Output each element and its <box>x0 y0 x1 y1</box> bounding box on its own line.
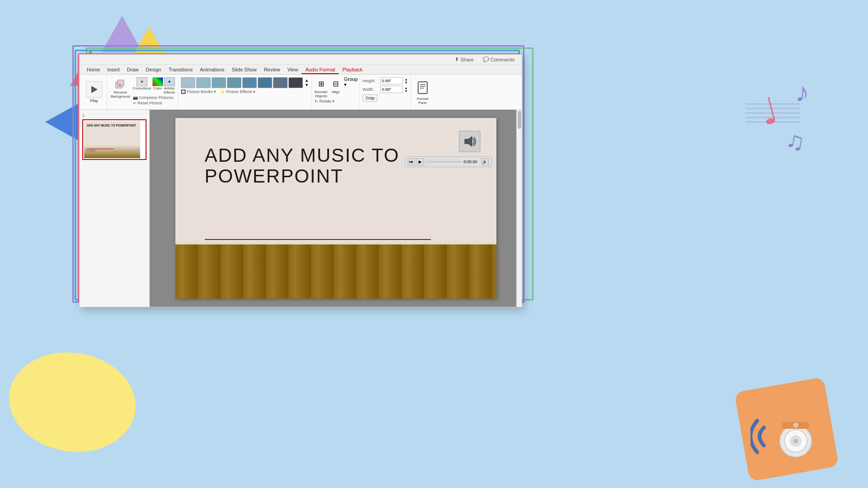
tab-view[interactable]: View <box>284 66 302 74</box>
svg-marker-13 <box>91 86 98 93</box>
vertical-scrollbar[interactable] <box>516 110 522 307</box>
audio-player: ⏮ ▶ 0:00.00 🔊 <box>405 156 492 167</box>
group-button[interactable]: Group ▾ <box>344 77 357 98</box>
ribbon-format-pane-section: FormatPane <box>411 75 434 108</box>
slide-number-label: 1 <box>82 113 146 118</box>
corrections-button[interactable]: ☀ Corrections <box>133 77 151 94</box>
artistic-button[interactable]: ✦ ArtisticEffects <box>164 77 175 94</box>
pic-style-8[interactable] <box>288 77 303 88</box>
slide-thumb-title: ADD ANY MUSIC TO POWERPOINT <box>87 124 136 127</box>
ribbon-size-section: Height: ▲▼ Width: ▲▼ Crop <box>360 75 411 108</box>
width-spinner[interactable]: ▲▼ <box>405 86 408 93</box>
slide-canvas-area: ADD ANY MUSIC TO POWERPOINT ⏮ ▶ <box>150 110 522 307</box>
rotate-button[interactable]: ↻ Rotate ▾ <box>315 99 335 103</box>
audio-time: 0:00.00 <box>464 160 480 164</box>
slide-floor <box>175 244 496 299</box>
ribbon-content: Play × RemoveBackground <box>80 75 522 110</box>
ribbon-play-section: Play <box>81 75 107 108</box>
ribbon-adjust-section: × RemoveBackground ☀ Corrections Color <box>107 75 178 108</box>
share-label: Share <box>460 57 473 62</box>
pic-style-4[interactable] <box>227 77 241 88</box>
tab-animations[interactable]: Animations <box>196 66 228 74</box>
audio-prev-button[interactable]: ⏮ <box>408 158 415 165</box>
main-content: 1 ADD ANY MUSIC TO POWERPOINT IN 2025! <box>80 110 522 307</box>
comments-button[interactable]: 💬 Comments <box>479 56 518 63</box>
artistic-label: ArtisticEffects <box>164 86 175 94</box>
pic-style-5[interactable] <box>242 77 257 88</box>
remove-bg-label: RemoveBackground <box>111 91 130 99</box>
ribbon-tabs: Home Insert Draw Design Transitions Anim… <box>80 65 522 75</box>
height-label: Height: <box>363 79 378 83</box>
styles-more-button[interactable]: ▲▼ <box>305 78 309 87</box>
tab-audioformat[interactable]: Audio Format <box>302 66 339 74</box>
pic-style-7[interactable] <box>273 77 288 88</box>
svg-point-4 <box>793 439 798 443</box>
align-label: Align <box>332 90 340 94</box>
ppt-window: ⬆ Share 💬 Comments Home Insert Draw Desi… <box>79 54 522 307</box>
tab-playback[interactable]: Playback <box>339 66 366 74</box>
slide-canvas[interactable]: ADD ANY MUSIC TO POWERPOINT ⏮ ▶ <box>175 118 496 299</box>
share-button[interactable]: ⬆ Share <box>451 56 477 63</box>
audio-progress-bar[interactable] <box>426 161 462 163</box>
slide-thumb-underline <box>87 149 114 149</box>
svg-point-7 <box>795 424 797 426</box>
picture-styles-row: ▲▼ <box>181 77 309 88</box>
tab-design[interactable]: Design <box>142 66 165 74</box>
yellow-blob-decoration <box>9 352 136 452</box>
width-row: Width: ▲▼ <box>363 86 408 93</box>
height-input[interactable] <box>380 77 403 84</box>
tab-insert[interactable]: Insert <box>104 66 123 74</box>
svg-rect-17 <box>418 82 427 94</box>
color-label: Color <box>153 86 162 90</box>
audio-icon-element[interactable] <box>459 131 481 152</box>
slide-thumbnail[interactable]: ADD ANY MUSIC TO POWERPOINT IN 2025! <box>82 119 146 160</box>
audio-play-button[interactable]: ▶ <box>417 158 424 165</box>
color-button[interactable]: Color <box>152 77 163 94</box>
slide-underline <box>205 239 431 240</box>
height-row: Height: ▲▼ <box>363 77 408 84</box>
compress-pictures-button[interactable]: 📷 Compress Pictures <box>133 95 174 100</box>
height-spinner[interactable]: ▲▼ <box>405 78 408 84</box>
corrections-label: Corrections <box>133 86 151 90</box>
play-button[interactable] <box>86 81 102 98</box>
play-label: Play <box>90 99 98 103</box>
remove-background-button[interactable]: × RemoveBackground <box>110 77 131 100</box>
comments-label: Comments <box>491 57 514 62</box>
format-pane-button[interactable] <box>415 80 430 96</box>
slide-thumb-preview: ADD ANY MUSIC TO POWERPOINT IN 2025! <box>84 121 140 158</box>
pic-style-1[interactable] <box>181 77 195 88</box>
title-bar-actions: ⬆ Share 💬 Comments <box>451 56 518 63</box>
scroll-thumb[interactable] <box>518 111 521 129</box>
tab-transitions[interactable]: Transitions <box>165 66 196 74</box>
staff-lines <box>746 99 800 136</box>
slide-title: ADD ANY MUSIC TO POWERPOINT <box>205 145 400 187</box>
reorder-label: ReorderObjects <box>315 90 328 98</box>
picture-effects-button[interactable]: ✨ Picture Effects ▾ <box>220 89 255 94</box>
svg-text:×: × <box>119 83 121 87</box>
crop-button[interactable]: Crop <box>363 94 378 102</box>
speaker-decoration <box>750 400 823 474</box>
picture-border-button[interactable]: 🔲 Picture Border ▾ <box>181 89 217 94</box>
format-pane-label: FormatPane <box>417 97 428 105</box>
width-input[interactable] <box>380 86 403 93</box>
pic-style-6[interactable] <box>258 77 272 88</box>
title-bar: ⬆ Share 💬 Comments <box>80 55 522 65</box>
reset-picture-button[interactable]: ↩ Reset Picture <box>133 101 162 105</box>
tab-draw[interactable]: Draw <box>123 66 142 74</box>
ribbon-picture-styles-section: ▲▼ 🔲 Picture Border ▾ ✨ Picture Effects … <box>178 75 312 108</box>
slides-panel: 1 ADD ANY MUSIC TO POWERPOINT IN 2025! <box>80 110 150 307</box>
align-button[interactable]: ⊟ Align <box>330 77 342 98</box>
width-label: Width: <box>363 87 378 92</box>
reorder-objects-button[interactable]: ⊞ ReorderObjects <box>315 77 328 98</box>
picture-style-controls: 🔲 Picture Border ▾ ✨ Picture Effects ▾ <box>181 89 309 94</box>
tab-home[interactable]: Home <box>83 66 104 74</box>
pic-style-3[interactable] <box>212 77 226 88</box>
slide-title-line1: ADD ANY MUSIC TO <box>205 145 400 166</box>
slide-title-line2: POWERPOINT <box>205 166 400 187</box>
pic-style-2[interactable] <box>196 77 211 88</box>
tab-slideshow[interactable]: Slide Show <box>228 66 260 74</box>
audio-volume-button[interactable]: 🔊 <box>481 158 489 165</box>
tab-review[interactable]: Review <box>260 66 284 74</box>
ribbon-arrange-section: ⊞ ReorderObjects ⊟ Align Group ▾ ↻ Rotat… <box>312 75 360 108</box>
svg-marker-21 <box>465 136 472 146</box>
